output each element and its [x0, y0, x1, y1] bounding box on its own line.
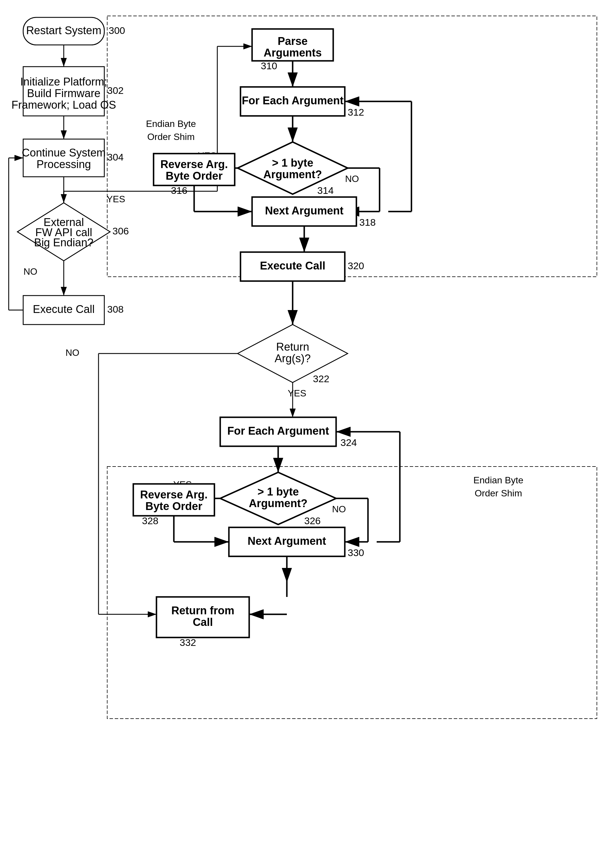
continue-label-2: Processing	[36, 158, 91, 170]
execute-call-2-label: Execute Call	[260, 260, 325, 272]
gt1byte-2-label-2: Argument?	[249, 497, 308, 510]
no-label-4: NO	[65, 347, 79, 358]
next-arg-1-ref: 318	[359, 217, 376, 228]
initialize-label-2: Build Firmware	[27, 87, 100, 99]
return-call-label-2: Call	[193, 616, 213, 628]
continue-label-1: Continue System	[22, 147, 106, 159]
external-fw-label-3: Big Endian?	[34, 236, 93, 249]
endian-shim-label-1: Endian Byte	[146, 118, 196, 129]
gt1byte-1-label-1: > 1 byte	[272, 157, 314, 169]
endian-shim-label-2b: Order Shim	[474, 488, 522, 498]
for-each-arg-2-label: For Each Argument	[227, 425, 329, 437]
no-label-2: NO	[345, 174, 359, 184]
gt1byte-1-label-2: Argument?	[263, 168, 322, 180]
no-label-1: NO	[23, 266, 37, 277]
next-arg-2-ref: 330	[348, 547, 364, 558]
dashed-box-top	[107, 16, 597, 277]
gt1byte-2-ref: 326	[304, 515, 321, 526]
reverse-byte-1-label-1: Reverse Arg.	[160, 158, 228, 170]
reverse-byte-2-label-1: Reverse Arg.	[140, 488, 207, 501]
gt1byte-1-ref: 314	[317, 185, 334, 196]
initialize-label-1: Initialize Platform;	[20, 76, 107, 88]
restart-ref: 300	[109, 25, 125, 36]
no-label-3: NO	[332, 504, 346, 514]
continue-ref: 304	[107, 152, 124, 163]
endian-shim-label-2: Endian Byte	[473, 475, 524, 485]
endian-shim-label-1b: Order Shim	[147, 132, 195, 142]
execute-call-2-ref: 320	[348, 260, 364, 271]
return-args-label-1: Return	[276, 341, 309, 353]
parse-args-label-1: Parse	[278, 35, 308, 47]
next-arg-2-label: Next Argument	[248, 535, 326, 547]
gt1byte-2-label-1: > 1 byte	[258, 486, 299, 498]
initialize-ref: 302	[107, 85, 124, 96]
execute-call-1-label: Execute Call	[33, 303, 95, 315]
for-each-arg-1-ref: 312	[348, 107, 364, 118]
external-fw-ref: 306	[112, 225, 129, 236]
for-each-arg-1-label: For Each Argument	[242, 95, 344, 107]
initialize-label-3: Framework; Load OS	[11, 99, 116, 111]
return-call-label-1: Return from	[171, 605, 234, 617]
reverse-byte-1-label-2: Byte Order	[166, 170, 223, 182]
for-each-arg-2-ref: 324	[341, 437, 357, 448]
yes-label-1: YES	[107, 194, 125, 204]
return-call-ref: 332	[180, 637, 196, 648]
parse-args-ref: 310	[261, 60, 277, 71]
yes-label-3: YES	[288, 388, 306, 398]
next-arg-1-label: Next Argument	[265, 205, 344, 217]
parse-args-label-2: Arguments	[264, 47, 322, 59]
execute-call-1-ref: 308	[107, 304, 124, 315]
reverse-byte-1-ref: 316	[171, 185, 187, 196]
restart-system-label: Restart System	[26, 24, 101, 37]
return-args-label-2: Arg(s)?	[275, 352, 311, 365]
reverse-byte-2-ref: 328	[142, 515, 159, 526]
reverse-byte-2-label-2: Byte Order	[145, 500, 202, 512]
return-args-ref: 322	[313, 373, 330, 384]
